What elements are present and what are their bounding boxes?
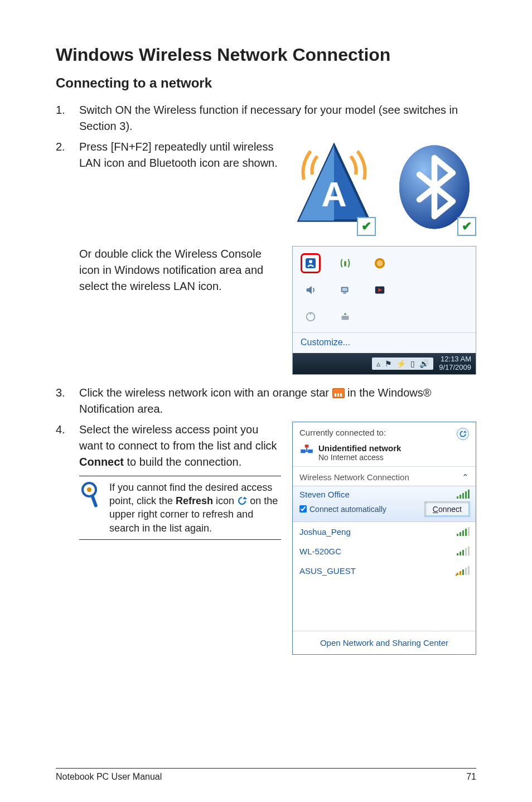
wireless-console-tray-icon[interactable] [301,253,321,273]
open-network-center-link[interactable]: Open Network and Sharing Center [293,631,476,654]
footer-title: Notebook PC User Manual [56,772,162,782]
page-title: Windows Wireless Network Connection [56,45,476,65]
signal-icon [457,547,469,555]
network-item[interactable]: Joshua_Peng [293,522,476,542]
network-name: WL-520GC [299,547,341,556]
step-text: Switch ON the Wireless function if neces… [79,102,476,134]
section-label: Wireless Network Connection [299,472,409,482]
network-icon[interactable]: ▯ [410,359,415,368]
network-name: ASUS_GUEST [299,566,356,576]
tip-note: If you cannot find the desired access po… [79,476,281,540]
chevron-up-icon: ⌃ [462,472,469,482]
tray-icon[interactable] [335,253,355,273]
selected-network[interactable]: Steven Office Connect automatically Conn… [293,486,476,522]
volume-tray-icon[interactable] [301,280,321,300]
text-fragment: icon [213,495,237,506]
svg-rect-11 [342,288,347,291]
text-bold: Refresh [176,495,213,506]
wifi-networks-popup: Currently connected to: Unidentified net… [292,422,476,655]
step-text: Select the wireless access point you wan… [79,422,281,470]
network-name: Joshua_Peng [299,527,351,537]
svg-rect-17 [342,316,349,320]
section-header[interactable]: Wireless Network Connection ⌃ [293,467,476,486]
notification-tray-popup: Customize... ▵ ⚑ ⚡ ▯ 🔊 12:13 AM 9/17/200… [292,246,476,375]
step-text: Click the wireless network icon with an … [79,385,476,417]
checkbox-input[interactable] [299,505,307,513]
step-4: 4. Select the wireless access point you … [56,422,281,470]
wifi-enabled-icon: A ✔ [292,141,376,236]
svg-point-6 [309,260,312,263]
signal-secured-icon [457,566,469,575]
check-icon: ✔ [457,217,476,236]
signal-icon [457,490,469,499]
connect-rest: onnect [438,505,462,514]
connect-auto-checkbox[interactable]: Connect automatically [299,505,386,514]
network-name: Steven Office [299,490,350,499]
svg-rect-12 [343,293,346,294]
svg-marker-21 [243,497,248,500]
network-status: No Internet access [318,453,401,462]
step-2: 2. Press [FN+F2] repeatedly until wirele… [56,139,281,171]
connect-button[interactable]: Connect [425,503,469,516]
show-hidden-icon[interactable]: ▵ [376,359,380,368]
tray-icon[interactable] [370,253,390,273]
step-number: 1. [56,102,79,118]
network-item[interactable]: ASUS_GUEST [293,561,476,581]
note-text: If you cannot find the desired access po… [109,481,280,535]
step-1: 1. Switch ON the Wireless function if ne… [56,102,476,134]
step-number: 3. [56,385,79,401]
taskbar: ▵ ⚑ ⚡ ▯ 🔊 12:13 AM 9/17/2009 [293,353,476,374]
svg-rect-16 [310,312,311,315]
sound-icon[interactable]: 🔊 [419,359,429,368]
clock-date: 9/17/2009 [439,364,471,372]
step-number: 2. [56,139,79,155]
flag-icon[interactable]: ⚑ [385,359,392,368]
taskbar-clock[interactable]: 12:13 AM 9/17/2009 [439,355,471,372]
signal-icon [457,527,469,536]
network-item[interactable]: WL-520GC [293,542,476,561]
network-name: Unidentified network [318,443,401,453]
svg-rect-20 [90,495,98,508]
text-bold: Connect [79,456,124,468]
step-text: Press [FN+F2] repeatedly until wireless … [79,139,281,171]
text-fragment: Click the wireless network icon with an … [79,386,332,399]
svg-rect-25 [305,445,309,447]
refresh-icon [237,496,247,506]
customize-link[interactable]: Customize... [293,332,476,353]
magnifier-icon [80,481,103,535]
step-2-extra: Or double click the Wireless Console ico… [56,246,281,294]
network-status-icon [299,443,314,458]
bluetooth-enabled-icon: ✔ [393,141,476,236]
connect-accel: C [433,505,438,514]
check-icon: ✔ [357,217,376,236]
checkbox-label: Connect automatically [309,505,386,514]
safely-remove-tray-icon[interactable] [335,307,355,327]
page-number: 71 [466,772,476,782]
power-icon[interactable]: ⚡ [396,359,406,368]
text-fragment: to build the connection. [124,456,241,468]
step-number: 4. [56,422,79,438]
clock-time: 12:13 AM [439,355,471,364]
section-title: Connecting to a network [56,75,476,91]
tray-icon[interactable] [370,280,390,300]
refresh-button[interactable] [457,428,469,440]
step-3: 3. Click the wireless network icon with … [56,385,476,417]
svg-point-9 [377,260,383,267]
currently-connected-label: Currently connected to: [299,428,386,437]
tray-icon[interactable] [335,280,355,300]
enabled-icons-illustration: A ✔ [292,141,476,236]
svg-point-19 [87,487,91,492]
svg-marker-22 [463,431,467,433]
text-fragment: Select the wireless access point you wan… [79,423,277,452]
tray-icon[interactable] [301,307,321,327]
svg-rect-7 [344,261,346,266]
wireless-star-icon [332,388,345,398]
svg-text:A: A [321,175,347,214]
